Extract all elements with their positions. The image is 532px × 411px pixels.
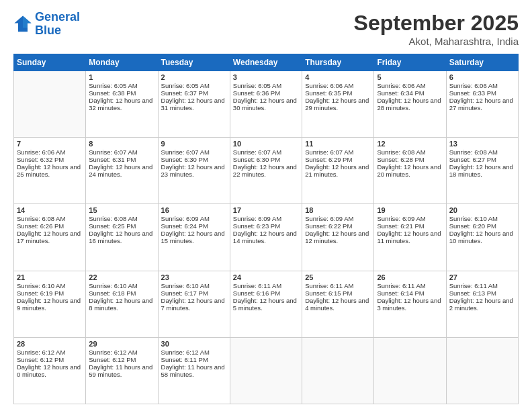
sunrise-text: Sunrise: 6:07 AM [233,148,299,156]
weekday-header-saturday: Saturday [446,54,518,71]
calendar-cell: 16Sunrise: 6:09 AMSunset: 6:24 PMDayligh… [158,204,230,271]
day-number: 7 [17,140,83,148]
sunset-text: Sunset: 6:23 PM [233,222,299,230]
sunrise-text: Sunrise: 6:05 AM [89,82,154,89]
calendar-cell: 8Sunrise: 6:07 AMSunset: 6:31 PMDaylight… [86,138,158,204]
sunrise-text: Sunrise: 6:06 AM [449,82,515,89]
day-number: 24 [233,273,299,281]
sunset-text: Sunset: 6:28 PM [377,156,443,163]
day-number: 5 [377,73,443,81]
sunset-text: Sunset: 6:14 PM [377,289,443,297]
calendar-cell [230,337,302,404]
sunrise-text: Sunrise: 6:10 AM [449,215,515,222]
sunrise-text: Sunrise: 6:07 AM [161,148,227,156]
day-number: 18 [305,206,371,214]
day-number: 26 [377,273,443,281]
day-number: 27 [449,273,515,281]
day-number: 16 [161,206,227,214]
title-block: September 2025 Akot, Maharashtra, India [354,11,519,47]
calendar-cell: 5Sunrise: 6:06 AMSunset: 6:34 PMDaylight… [374,71,446,138]
sunrise-text: Sunrise: 6:12 AM [89,349,154,356]
sunset-text: Sunset: 6:36 PM [233,89,299,97]
day-number: 9 [161,140,227,148]
sunset-text: Sunset: 6:13 PM [449,289,515,297]
daylight-text: Daylight: 12 hours and 2 minutes. [449,297,515,312]
day-number: 25 [305,273,371,281]
page: General Blue September 2025 Akot, Mahara… [0,0,532,411]
weekday-header-monday: Monday [86,54,158,71]
sunrise-text: Sunrise: 6:09 AM [377,215,443,222]
calendar-cell [374,337,446,404]
daylight-text: Daylight: 12 hours and 7 minutes. [161,297,227,312]
day-number: 13 [449,140,515,148]
sunrise-text: Sunrise: 6:11 AM [305,282,371,289]
daylight-text: Daylight: 11 hours and 59 minutes. [89,363,154,378]
daylight-text: Daylight: 12 hours and 18 minutes. [449,163,515,178]
sunset-text: Sunset: 6:26 PM [17,222,83,230]
sunset-text: Sunset: 6:24 PM [161,222,227,230]
calendar-cell: 26Sunrise: 6:11 AMSunset: 6:14 PMDayligh… [374,271,446,337]
calendar-cell: 15Sunrise: 6:08 AMSunset: 6:25 PMDayligh… [86,204,158,271]
sunrise-text: Sunrise: 6:08 AM [449,148,515,156]
daylight-text: Daylight: 12 hours and 5 minutes. [233,297,299,312]
daylight-text: Daylight: 12 hours and 21 minutes. [305,163,371,178]
weekday-header-row: SundayMondayTuesdayWednesdayThursdayFrid… [14,54,519,71]
daylight-text: Daylight: 12 hours and 32 minutes. [89,97,154,111]
day-number: 10 [233,140,299,148]
sunset-text: Sunset: 6:21 PM [377,222,443,230]
sunrise-text: Sunrise: 6:07 AM [305,148,371,156]
day-number: 15 [89,206,154,214]
day-number: 11 [305,140,371,148]
daylight-text: Daylight: 12 hours and 17 minutes. [17,230,83,244]
daylight-text: Daylight: 12 hours and 25 minutes. [17,163,83,178]
sunset-text: Sunset: 6:37 PM [161,89,227,97]
daylight-text: Daylight: 12 hours and 30 minutes. [233,97,299,111]
calendar-cell: 22Sunrise: 6:10 AMSunset: 6:18 PMDayligh… [86,271,158,337]
calendar-cell: 14Sunrise: 6:08 AMSunset: 6:26 PMDayligh… [14,204,86,271]
sunrise-text: Sunrise: 6:05 AM [161,82,227,89]
calendar-cell: 23Sunrise: 6:10 AMSunset: 6:17 PMDayligh… [158,271,230,337]
daylight-text: Daylight: 12 hours and 14 minutes. [233,230,299,244]
logo-blue: Blue [35,24,61,37]
sunrise-text: Sunrise: 6:05 AM [233,82,299,89]
daylight-text: Daylight: 12 hours and 0 minutes. [17,363,83,378]
sunrise-text: Sunrise: 6:11 AM [449,282,515,289]
day-number: 29 [89,340,154,348]
calendar-cell: 2Sunrise: 6:05 AMSunset: 6:37 PMDaylight… [158,71,230,138]
calendar-cell: 29Sunrise: 6:12 AMSunset: 6:12 PMDayligh… [86,337,158,404]
logo-text: General Blue [35,11,80,38]
sunset-text: Sunset: 6:17 PM [161,289,227,297]
sunrise-text: Sunrise: 6:09 AM [233,215,299,222]
sunrise-text: Sunrise: 6:12 AM [161,349,227,356]
calendar-cell: 7Sunrise: 6:06 AMSunset: 6:32 PMDaylight… [14,138,86,204]
calendar-cell: 6Sunrise: 6:06 AMSunset: 6:33 PMDaylight… [446,71,518,138]
weekday-header-wednesday: Wednesday [230,54,302,71]
daylight-text: Daylight: 12 hours and 16 minutes. [89,230,154,244]
sunset-text: Sunset: 6:18 PM [89,289,154,297]
sunrise-text: Sunrise: 6:06 AM [17,148,83,156]
sunset-text: Sunset: 6:33 PM [449,89,515,97]
weekday-header-friday: Friday [374,54,446,71]
daylight-text: Daylight: 12 hours and 3 minutes. [377,297,443,312]
day-number: 2 [161,73,227,81]
day-number: 3 [233,73,299,81]
calendar-cell: 11Sunrise: 6:07 AMSunset: 6:29 PMDayligh… [302,138,374,204]
calendar-cell: 24Sunrise: 6:11 AMSunset: 6:16 PMDayligh… [230,271,302,337]
day-number: 20 [449,206,515,214]
sunset-text: Sunset: 6:30 PM [233,156,299,163]
logo: General Blue [13,11,80,38]
day-number: 8 [89,140,154,148]
sunset-text: Sunset: 6:22 PM [305,222,371,230]
sunset-text: Sunset: 6:12 PM [17,356,83,363]
day-number: 30 [161,340,227,348]
weekday-header-sunday: Sunday [14,54,86,71]
sunset-text: Sunset: 6:16 PM [233,289,299,297]
calendar-cell: 1Sunrise: 6:05 AMSunset: 6:38 PMDaylight… [86,71,158,138]
sunrise-text: Sunrise: 6:09 AM [161,215,227,222]
sunrise-text: Sunrise: 6:10 AM [89,282,154,289]
week-row-3: 14Sunrise: 6:08 AMSunset: 6:26 PMDayligh… [14,204,519,271]
daylight-text: Daylight: 12 hours and 12 minutes. [305,230,371,244]
daylight-text: Daylight: 12 hours and 10 minutes. [449,230,515,244]
day-number: 6 [449,73,515,81]
sunset-text: Sunset: 6:11 PM [161,356,227,363]
